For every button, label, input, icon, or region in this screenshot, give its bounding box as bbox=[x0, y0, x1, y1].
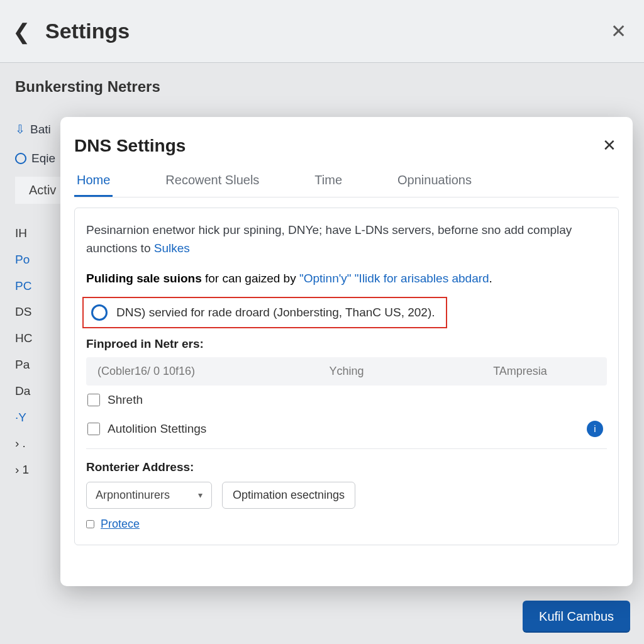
dns-settings-modal: DNS Settings ✕ Home Recowent Sluels Time… bbox=[60, 117, 633, 586]
autolition-checkbox[interactable] bbox=[87, 423, 100, 435]
section-heading: Bunkersting Netrers bbox=[15, 78, 629, 96]
finproed-label: Finproed in Netr ers: bbox=[86, 337, 607, 351]
tab-time[interactable]: Time bbox=[312, 167, 345, 197]
protece-checkbox[interactable] bbox=[86, 520, 94, 528]
dns-served-option[interactable]: DNS) servied for rade droard (Jonberstin… bbox=[82, 297, 447, 328]
tab-home[interactable]: Home bbox=[74, 167, 113, 197]
shreth-label: Shreth bbox=[108, 393, 143, 407]
page-title: Settings bbox=[45, 19, 130, 43]
app-header: ❮ Settings ✕ bbox=[0, 0, 644, 63]
primary-action-button[interactable]: Kufil Cambus bbox=[523, 601, 630, 633]
select-value: Arpnontinurers bbox=[96, 489, 170, 502]
optinny-link[interactable]: "Optinn'y" bbox=[299, 272, 352, 285]
back-icon[interactable]: ❮ bbox=[13, 19, 30, 44]
divider bbox=[86, 448, 607, 449]
autolition-checkbox-row[interactable]: Autolition Stettings i bbox=[86, 414, 607, 443]
autolition-label: Autolition Stettings bbox=[108, 422, 206, 436]
modal-close-icon[interactable]: ✕ bbox=[600, 133, 619, 158]
optimation-button[interactable]: Optimation esectnings bbox=[222, 482, 355, 509]
download-icon: ⇩ bbox=[15, 122, 25, 136]
shreth-checkbox-row[interactable]: Shreth bbox=[86, 386, 607, 414]
shreth-checkbox[interactable] bbox=[87, 394, 100, 406]
col-tampresia: TAmpresia bbox=[433, 357, 607, 386]
description-text: Pesinarnion enetwor hick pur spining, DN… bbox=[86, 221, 607, 258]
sulkes-link[interactable]: Sulkes bbox=[154, 242, 190, 255]
dns-served-label: DNS) servied for rade droard (Jonberstin… bbox=[116, 306, 435, 319]
info-icon[interactable]: i bbox=[587, 421, 603, 437]
col-yching: Yching bbox=[260, 357, 433, 386]
sub-description: Puliding sale suions for can gaized by "… bbox=[86, 272, 607, 286]
address-label: Ronterier Address: bbox=[86, 460, 607, 474]
chevron-down-icon: ▾ bbox=[198, 490, 203, 500]
modal-panel: Pesinarnion enetwor hick pur spining, DN… bbox=[74, 208, 619, 545]
tab-recowent[interactable]: Recowent Sluels bbox=[163, 167, 262, 197]
col-cobler: (Cobler16/ 0 10f16) bbox=[86, 357, 260, 386]
arpnontinurers-select[interactable]: Arpnontinurers ▾ bbox=[86, 482, 212, 509]
tab-opninuations[interactable]: Opninuations bbox=[395, 167, 474, 197]
protece-checkbox-row[interactable]: Protece bbox=[86, 518, 607, 531]
modal-title: DNS Settings bbox=[74, 136, 186, 156]
close-icon[interactable]: ✕ bbox=[611, 20, 626, 42]
protece-link[interactable]: Protece bbox=[101, 518, 140, 531]
ilidk-link[interactable]: "Ilidk for arisables abdard bbox=[355, 272, 489, 285]
radio-icon[interactable] bbox=[91, 304, 108, 321]
radio-icon bbox=[15, 153, 26, 164]
table-header: (Cobler16/ 0 10f16) Yching TAmpresia bbox=[86, 357, 607, 386]
modal-tabs: Home Recowent Sluels Time Opninuations bbox=[74, 167, 619, 197]
